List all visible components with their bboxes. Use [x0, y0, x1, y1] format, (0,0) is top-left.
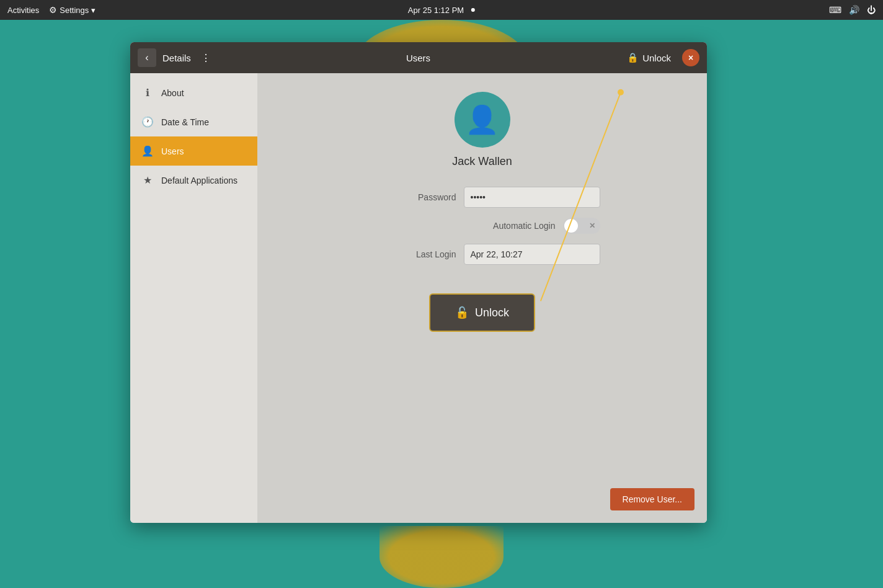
toggle-knob: [564, 219, 578, 233]
window-titlebar: ‹ Details ⋮ Users 🔒 Unlock ×: [130, 42, 707, 73]
toggle-off-icon: ✕: [589, 221, 595, 230]
volume-icon[interactable]: 🔊: [849, 5, 859, 15]
settings-label: Settings: [60, 6, 89, 15]
back-button[interactable]: ‹: [138, 48, 156, 67]
unlock-main-label: Unlock: [475, 306, 509, 319]
sidebar-item-label: Users: [161, 146, 184, 156]
info-icon: ℹ: [141, 87, 154, 99]
password-row: Password: [365, 187, 600, 208]
bg-decoration-bottom: [379, 526, 504, 588]
lock-icon-large: 🔓: [455, 306, 469, 319]
page-title: Users: [406, 53, 430, 63]
star-icon: ★: [141, 174, 154, 186]
lock-icon: 🔒: [627, 52, 639, 63]
sidebar-item-default-apps[interactable]: ★ Default Applications: [130, 166, 257, 195]
svg-point-1: [618, 89, 624, 96]
last-login-row: Last Login Apr 22, 10:27: [365, 244, 600, 265]
last-login-label: Last Login: [416, 249, 456, 259]
top-bar: Activities ⚙ Settings ▾ Apr 25 1:12 PM ⌨…: [0, 0, 883, 20]
users-icon: 👤: [141, 145, 154, 157]
user-name: Jack Wallen: [452, 155, 512, 168]
gear-icon: ⚙: [49, 5, 57, 15]
avatar-icon: 👤: [465, 104, 499, 136]
unlock-header-label: Unlock: [642, 53, 671, 63]
sidebar-item-label: About: [161, 88, 184, 98]
network-indicator: [471, 8, 475, 12]
menu-button[interactable]: ⋮: [197, 49, 215, 66]
titlebar-right: 🔒 Unlock ×: [622, 49, 699, 66]
top-bar-right: ⌨ 🔊 ⏻: [829, 5, 876, 15]
datetime-label: Apr 25 1:12 PM: [408, 6, 464, 15]
sidebar-item-label: Date & Time: [161, 117, 209, 127]
unlock-main-button[interactable]: 🔓 Unlock: [429, 293, 535, 332]
remove-user-button[interactable]: Remove User...: [610, 488, 694, 510]
titlebar-left: ‹ Details ⋮: [138, 48, 215, 67]
last-login-value: Apr 22, 10:27: [464, 244, 600, 265]
top-bar-clock: Apr 25 1:12 PM: [408, 6, 475, 15]
sidebar-item-datetime[interactable]: 🕐 Date & Time: [130, 107, 257, 136]
avatar: 👤: [455, 92, 510, 148]
sidebar-item-label: Default Applications: [161, 176, 237, 185]
chevron-down-icon: ▾: [91, 6, 95, 15]
user-profile: 👤 Jack Wallen: [452, 92, 512, 168]
sidebar: ℹ About 🕐 Date & Time 👤 Users ★ Default …: [130, 73, 257, 523]
unlock-header-button[interactable]: 🔒 Unlock: [622, 50, 676, 66]
clock-icon: 🕐: [141, 116, 154, 128]
main-panel: 👤 Jack Wallen Password Automatic Login ✕: [257, 73, 707, 523]
sidebar-item-about[interactable]: ℹ About: [130, 78, 257, 107]
power-icon[interactable]: ⏻: [867, 5, 876, 15]
auto-login-toggle[interactable]: ✕: [563, 218, 600, 234]
top-bar-left: Activities ⚙ Settings ▾: [7, 5, 95, 15]
sidebar-item-users[interactable]: 👤 Users: [130, 136, 257, 166]
window-content: ℹ About 🕐 Date & Time 👤 Users ★ Default …: [130, 73, 707, 523]
auto-login-label: Automatic Login: [493, 221, 555, 231]
user-form: Password Automatic Login ✕ Last Login Ap…: [365, 187, 600, 275]
section-title: Details: [162, 53, 191, 63]
close-button[interactable]: ×: [682, 49, 699, 66]
keyboard-icon[interactable]: ⌨: [829, 5, 841, 15]
password-label: Password: [418, 192, 456, 202]
auto-login-row: Automatic Login ✕: [365, 218, 600, 234]
activities-button[interactable]: Activities: [7, 6, 39, 15]
settings-menu[interactable]: ⚙ Settings ▾: [49, 5, 95, 15]
password-input[interactable]: [464, 187, 600, 208]
settings-window: ‹ Details ⋮ Users 🔒 Unlock × ℹ About 🕐 D…: [130, 42, 707, 523]
